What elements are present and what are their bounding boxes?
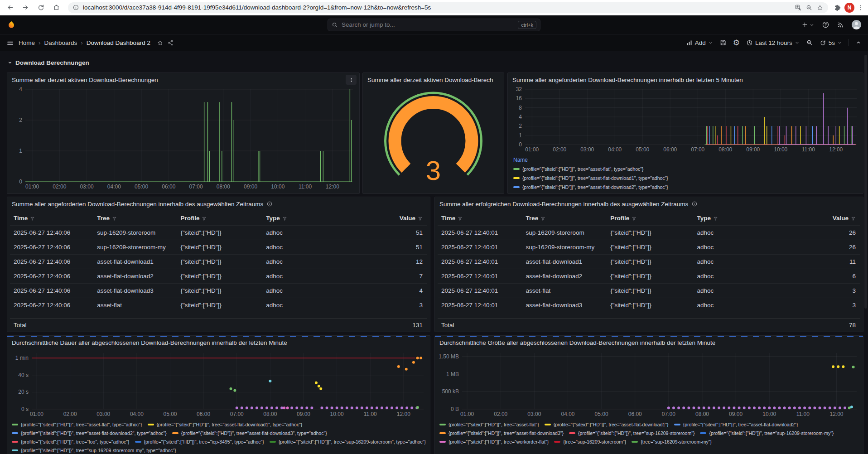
table-cell: sup-16209-storeroom-my [522, 240, 607, 254]
filter-icon[interactable] [112, 216, 117, 221]
panel-title[interactable]: Summe aller derzeit aktiven Download-Ber… [367, 77, 493, 83]
refresh-icon[interactable] [820, 39, 826, 46]
search-input[interactable] [342, 21, 514, 28]
legend-item[interactable]: {tree="sup-16209-storeroom-my"} [632, 437, 712, 446]
translate-icon[interactable] [795, 4, 802, 11]
breadcrumb-dashboards[interactable]: Dashboards [44, 39, 77, 46]
panel-title[interactable]: Durchschnittliche Dauer aller abgeschlos… [12, 339, 287, 346]
x-tick-label: 09:00 [244, 184, 257, 190]
save-dashboard-icon[interactable] [719, 39, 727, 46]
column-header-type[interactable]: Type [262, 212, 352, 225]
legend-item[interactable]: {profile="{"siteid":["HD"]}", tree="asse… [12, 420, 142, 429]
search-box[interactable]: ctrl+k [328, 19, 540, 31]
filter-icon[interactable] [632, 216, 637, 221]
column-header-tree[interactable]: Tree [522, 212, 607, 225]
filter-icon[interactable] [418, 216, 423, 221]
panel-menu-icon[interactable] [346, 75, 357, 85]
add-button[interactable]: Add [686, 39, 713, 46]
browser-menu-icon[interactable] [857, 4, 864, 11]
filter-icon[interactable] [282, 216, 287, 221]
legend-item[interactable]: {profile="{"siteid":["HD"]}", tree="sup-… [700, 429, 834, 437]
user-avatar[interactable] [851, 19, 862, 30]
legend-item[interactable]: {profile="{"siteid":["HD"]}", tree="icp-… [135, 437, 264, 446]
legend-item[interactable]: {profile="{"siteid":["HD"]}", tree="asse… [513, 183, 860, 192]
legend-item[interactable]: {profile="{"siteid":["HD"]}", tree="asse… [513, 174, 860, 183]
extensions-icon[interactable] [834, 4, 842, 12]
browser-reload-icon[interactable] [34, 1, 47, 14]
legend-item[interactable]: {profile="{"siteid":["HD"]}", tree="sup-… [12, 446, 176, 454]
series-point [412, 361, 415, 364]
collapse-topbar-icon[interactable] [855, 39, 862, 46]
column-header-tree[interactable]: Tree [93, 212, 177, 225]
browser-forward-icon[interactable] [19, 1, 32, 14]
legend-swatch-icon [674, 424, 680, 425]
panel-info-icon[interactable] [266, 201, 273, 207]
breadcrumb-current[interactable]: Download Dashboard 2 [87, 39, 150, 46]
new-button[interactable] [801, 21, 815, 28]
favorite-star-icon[interactable] [157, 39, 164, 46]
legend-item[interactable]: {profile="{"siteid":["HD"]}", tree="asse… [545, 420, 669, 429]
bookmark-star-icon[interactable] [816, 4, 824, 11]
legend-item[interactable]: {profile="{"siteid":["HD"]}", tree="asse… [674, 420, 798, 429]
filter-icon[interactable] [851, 216, 856, 221]
grafana-logo[interactable] [6, 20, 16, 30]
panel-title[interactable]: Summe aller angeforderten Download-Berec… [12, 201, 263, 208]
x-tick-label: 03:00 [527, 411, 541, 417]
legend-item[interactable]: {profile="{"siteid":["HD"]}", tree="work… [439, 437, 549, 446]
legend-label: {profile="{"siteid":["HD"]}", tree="asse… [683, 422, 798, 427]
legend-item[interactable]: {profile="{"siteid":["HD"]}", tree="foo"… [12, 437, 130, 446]
panel-title[interactable]: Summe aller erfolgreichen Download-Berec… [439, 201, 688, 208]
filter-icon[interactable] [458, 216, 463, 221]
column-header-time[interactable]: Time [10, 212, 93, 225]
filter-icon[interactable] [540, 216, 545, 221]
chevron-down-icon [837, 40, 842, 45]
legend-swatch-icon [545, 424, 551, 425]
legend-item[interactable]: {profile="{"siteid":["HD"]}", tree="asse… [513, 164, 860, 174]
help-icon[interactable] [822, 21, 829, 29]
data-table: TimeTreeProfileTypeValue2025-06-27 12:40… [438, 212, 860, 332]
legend-item[interactable]: {profile="{"siteid":["HD"]}", tree="asse… [439, 420, 539, 429]
column-header-label: Time [14, 212, 28, 225]
site-info-icon[interactable] [72, 4, 79, 11]
filter-icon[interactable] [713, 216, 718, 221]
y-tick-label: 0 [19, 179, 22, 185]
url-bar[interactable]: localhost:3000/d/ace37a38-914d-4f99-8191… [68, 2, 828, 13]
time-range-picker[interactable]: Last 12 hours [746, 39, 800, 46]
panel-title[interactable]: Summe aller angeforderten Download-Berec… [512, 77, 743, 83]
zoom-out-icon[interactable] [806, 39, 813, 46]
zoom-icon[interactable] [805, 4, 813, 11]
legend-item[interactable]: {profile="{"siteid":["HD"]}", tree="asse… [148, 420, 303, 429]
panel-title[interactable]: Durchschnittliche Größe aller abgeschlos… [439, 339, 715, 346]
browser-profile-avatar[interactable]: N [844, 3, 854, 13]
breadcrumb-home[interactable]: Home [19, 39, 35, 46]
legend-item[interactable]: {tree="sup-16209-storeroom"} [554, 437, 626, 446]
news-rss-icon[interactable] [837, 21, 844, 29]
filter-icon[interactable] [30, 216, 35, 221]
share-icon[interactable] [167, 39, 174, 46]
browser-back-icon[interactable] [4, 1, 16, 14]
panel-info-icon[interactable] [691, 201, 698, 207]
menu-hamburger-icon[interactable] [6, 39, 14, 47]
x-tick-label: 11:00 [299, 184, 312, 190]
browser-home-icon[interactable] [50, 1, 63, 14]
refresh-button-group[interactable]: 5s [820, 39, 842, 46]
column-header-time[interactable]: Time [438, 212, 522, 225]
refresh-interval-label[interactable]: 5s [829, 39, 835, 46]
legend-item[interactable]: {profile="{"siteid":["HD"]}", tree="asse… [439, 429, 564, 437]
legend-item[interactable]: {profile="{"siteid":["HD"]}", tree="asse… [12, 429, 167, 437]
column-header-profile[interactable]: Profile [177, 212, 262, 225]
filter-icon[interactable] [202, 216, 207, 221]
settings-gear-icon[interactable]: ⚙ [733, 39, 740, 47]
column-header-value[interactable]: Value [784, 212, 860, 225]
legend-item[interactable]: {profile="{"siteid":["HD"]}", tree="sup-… [270, 437, 426, 446]
dashboard-row-toggle[interactable]: Download Berechnungen [7, 58, 89, 68]
column-header-type[interactable]: Type [693, 212, 784, 225]
legend-item[interactable]: {profile="{"siteid":["HD"]}", tree="asse… [172, 429, 327, 437]
dashboard-scrollbar[interactable] [864, 55, 867, 309]
series-point [269, 380, 271, 382]
column-header-profile[interactable]: Profile [607, 212, 693, 225]
column-header-value[interactable]: Value [352, 212, 427, 225]
legend-item[interactable]: {profile="{"siteid":["HD"]}", tree="sup-… [569, 429, 694, 437]
panel-title[interactable]: Summe aller derzeit aktiven Download-Ber… [12, 77, 158, 83]
table-cell: 26 [784, 240, 860, 254]
